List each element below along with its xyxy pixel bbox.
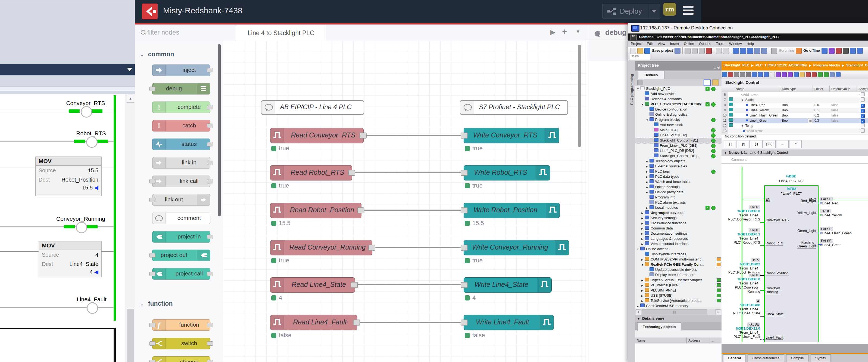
deploy-options-button[interactable] bbox=[648, 4, 660, 18]
breadcrumb-item[interactable]: Stacklight_PLC bbox=[723, 63, 749, 67]
chevron-collapsed-icon[interactable]: ▶ bbox=[641, 232, 645, 235]
table-row[interactable]: 12▼ Temp bbox=[721, 123, 868, 129]
editor-tool-icon-19[interactable] bbox=[836, 72, 841, 77]
menu-project[interactable]: Project bbox=[631, 40, 642, 47]
editor-tool-icon-1[interactable] bbox=[728, 72, 733, 77]
tree-item[interactable]: ▼PLC_1 [CPU 1212C AC/DC/Rly]✓ bbox=[635, 102, 721, 107]
rslogix-hscrollbar[interactable] bbox=[0, 87, 135, 91]
delete-icon[interactable] bbox=[706, 48, 712, 54]
scroll-right-icon[interactable]: > bbox=[716, 309, 721, 315]
input-port[interactable] bbox=[150, 179, 155, 184]
column-header[interactable]: Name bbox=[734, 86, 780, 92]
datatype-dropdown-button[interactable]: ▤ bbox=[808, 119, 813, 123]
chevron-expanded-icon[interactable]: ▼ bbox=[641, 263, 645, 266]
network-comment[interactable]: Comment bbox=[721, 157, 868, 164]
ladder-vscrollbar[interactable]: ▲ bbox=[126, 94, 135, 362]
flow-node-read[interactable]: Read Conveyor_Running bbox=[270, 240, 372, 255]
editor-tool-icon-12[interactable] bbox=[794, 72, 799, 77]
table-row[interactable]: 8Line4_RedBool0.0false✓ bbox=[721, 103, 868, 108]
wire[interactable] bbox=[356, 284, 461, 285]
tia-side-tab[interactable]: PLC programming bbox=[628, 61, 636, 362]
download-icon[interactable] bbox=[740, 48, 746, 54]
chevron-collapsed-icon[interactable]: ▶ bbox=[641, 227, 645, 230]
input-port[interactable] bbox=[150, 198, 155, 202]
open-icon[interactable] bbox=[637, 48, 643, 54]
upload-icon[interactable] bbox=[747, 48, 753, 54]
flow-node-read[interactable]: Read Line4_Fault bbox=[270, 315, 357, 330]
flow-node-read[interactable]: Read Robot_Position bbox=[270, 203, 362, 218]
chevron-collapsed-icon[interactable]: ▶ bbox=[646, 181, 650, 184]
tree-item[interactable]: ▶Languages & resources bbox=[635, 236, 721, 242]
palette-node-debug[interactable]: debug bbox=[152, 83, 210, 94]
wire[interactable] bbox=[359, 322, 461, 323]
checkbox-checked[interactable]: ✓ bbox=[861, 109, 865, 113]
tree-item[interactable]: Online & diagnostics bbox=[635, 112, 721, 117]
tree-item[interactable]: Display more information bbox=[635, 273, 721, 278]
input-port[interactable] bbox=[461, 133, 468, 139]
tree-item[interactable]: ▶PLC data types bbox=[635, 174, 721, 179]
tree-item[interactable]: ▶Ungrouped devices bbox=[635, 211, 721, 216]
menu-options[interactable]: Options bbox=[699, 40, 711, 47]
chevron-collapsed-icon[interactable]: ▶ bbox=[641, 217, 645, 220]
comment-node[interactable]: AB EIP/CIP - Line 4 PLC bbox=[261, 100, 364, 115]
editor-tool-icon-6[interactable] bbox=[758, 72, 763, 77]
mov-instruction[interactable]: MOVSource15.5DestRobot_Position15.5 ◀ bbox=[35, 157, 102, 196]
network-header[interactable]: ▼Network 1:Line 4 Stacklight Control bbox=[721, 149, 868, 156]
chevron-collapsed-icon[interactable]: ▶ bbox=[646, 160, 650, 163]
chevron-collapsed-icon[interactable]: ▶ bbox=[646, 175, 650, 178]
editor-tool-icon-5[interactable] bbox=[752, 72, 757, 77]
tree-filter-icon[interactable] bbox=[637, 80, 643, 85]
palette-scrollbar[interactable] bbox=[218, 44, 221, 216]
window1-icon[interactable] bbox=[829, 48, 835, 54]
menu-window[interactable]: Window bbox=[729, 40, 742, 47]
tree-item[interactable]: ▶Online backups bbox=[635, 185, 721, 190]
input-port[interactable] bbox=[150, 272, 155, 276]
checkbox-empty[interactable] bbox=[861, 129, 865, 133]
tab-technology-objects[interactable]: Technology objects bbox=[637, 323, 681, 331]
palette-node-comment[interactable]: comment bbox=[152, 213, 210, 224]
input-port[interactable] bbox=[150, 341, 155, 346]
tree-item[interactable]: ▶PC internal [Local] bbox=[635, 283, 721, 288]
editor-tool-icon-8[interactable] bbox=[770, 72, 775, 77]
tree-item[interactable]: ▶PLCSIM [PN/IE] bbox=[635, 288, 721, 293]
input-port[interactable] bbox=[461, 170, 468, 176]
menu-tools[interactable]: Tools bbox=[716, 40, 724, 47]
chevron-collapsed-icon[interactable]: ▶ bbox=[641, 243, 645, 246]
tia-titlebar[interactable]: TIA Siemens - C:\Users\richard\Documents… bbox=[628, 33, 868, 40]
checkbox-checked[interactable]: ✓ bbox=[861, 114, 865, 118]
column-header[interactable]: Data type bbox=[780, 86, 813, 92]
table-row[interactable]: 9Line4_YellowBool0.1false✓ bbox=[721, 108, 868, 113]
tree-item[interactable]: ▶PLC tags bbox=[635, 169, 721, 174]
lad-tool-4[interactable]: → bbox=[776, 140, 788, 148]
cut-icon[interactable] bbox=[685, 48, 690, 54]
network-collapse-icon[interactable]: ▼ bbox=[724, 151, 727, 154]
tree-add-icon[interactable] bbox=[712, 80, 719, 85]
breadcrumb-item[interactable]: Program blocks bbox=[813, 63, 840, 67]
flow-node-write[interactable]: Write Line4_State bbox=[464, 277, 552, 293]
wire[interactable] bbox=[354, 172, 461, 173]
tree-item[interactable]: Display/hide interfaces bbox=[635, 252, 721, 257]
mov-instruction[interactable]: MOVSource4DestLine4_State4 ◀ bbox=[39, 241, 102, 277]
chevron-collapsed-icon[interactable]: ▶ bbox=[641, 212, 645, 215]
chevron-expanded-icon[interactable]: ▼ bbox=[637, 88, 640, 90]
tree-item[interactable]: Line4_PLC_DB [DB2] bbox=[635, 148, 721, 154]
flow-node-write[interactable]: Write Conveyor_RTS bbox=[464, 128, 559, 143]
tree-item[interactable]: ▶Security settings bbox=[635, 216, 721, 221]
wire[interactable] bbox=[365, 135, 461, 136]
add-flow-button[interactable]: + bbox=[562, 27, 567, 37]
chevron-collapsed-icon[interactable]: ▶ bbox=[641, 289, 645, 292]
scroll-left-icon[interactable]: < bbox=[636, 309, 641, 315]
tree-item[interactable]: Line4_PLC [FB2] bbox=[635, 133, 721, 138]
avatar[interactable]: rm bbox=[663, 3, 676, 16]
go-offline-icon[interactable] bbox=[796, 48, 802, 54]
lad-tool-2[interactable]: -( )- bbox=[750, 140, 763, 148]
stop-cpu-icon[interactable] bbox=[761, 48, 767, 54]
tree-item[interactable]: Main [OB1] bbox=[635, 128, 721, 133]
input-port[interactable] bbox=[150, 253, 155, 257]
editor-tool-icon-3[interactable] bbox=[740, 72, 745, 77]
tree-item[interactable]: ▶Watch and force tables bbox=[635, 179, 721, 185]
go-online-label[interactable]: Go online bbox=[779, 49, 794, 53]
table-row[interactable]: 6<Add new> bbox=[721, 92, 868, 98]
start-cpu-icon[interactable] bbox=[754, 48, 760, 54]
canvas-vscrollbar[interactable] bbox=[578, 45, 581, 147]
